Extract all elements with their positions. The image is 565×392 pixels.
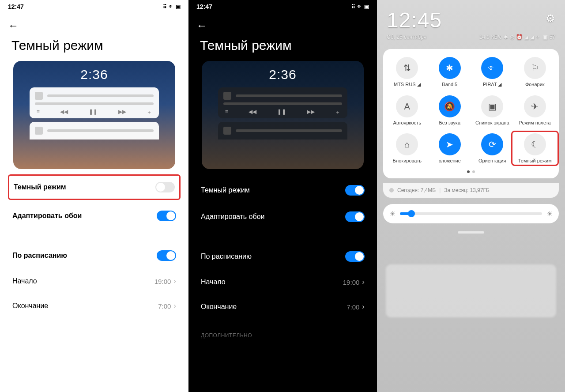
- adapt-wallpaper-label: Адаптировать обои: [12, 212, 82, 220]
- status-icons: ⠿ ᯤ ▣: [163, 4, 181, 10]
- chevron-right-icon: ›: [362, 302, 365, 311]
- status-bar: 12:47 ⠿ ᯤ ▣: [0, 0, 188, 13]
- qs-tile-label: Режим полета: [519, 120, 551, 125]
- preview-card: 2:36 ≡ ◀◀ ❚❚ ▶▶ ＋: [202, 61, 364, 169]
- schedule-row[interactable]: По расписанию: [0, 242, 188, 269]
- qs-tile-автояркость[interactable]: AАвтояркость: [386, 95, 429, 125]
- wifi-icon: ᯤ: [536, 34, 541, 40]
- qs-tile-снимок-экрана[interactable]: ▣Снимок экрана: [471, 95, 514, 125]
- orientation-icon[interactable]: ⟳: [481, 133, 503, 155]
- qs-tile-mts-rus[interactable]: ⇅MTS RUS ◢: [386, 57, 429, 87]
- battery-icon: ▣: [364, 4, 369, 10]
- tile-icon[interactable]: ⇅: [396, 57, 418, 79]
- qs-tile-pirat[interactable]: ᯤPIRAT ◢: [471, 57, 514, 87]
- signal-icon: ⠿: [163, 4, 167, 10]
- screenshot-icon[interactable]: ▣: [481, 95, 503, 117]
- location-icon[interactable]: ➤: [439, 133, 461, 155]
- adapt-wallpaper-toggle[interactable]: [157, 211, 176, 221]
- schedule-row[interactable]: По расписанию: [188, 243, 377, 270]
- page-title: Темный режим: [188, 32, 377, 61]
- airplane-icon[interactable]: ✈: [524, 95, 546, 117]
- preview-media-card: ≡ ◀◀ ❚❚ ▶▶ ＋: [30, 87, 159, 118]
- adapt-wallpaper-label: Адаптировать обои: [201, 213, 265, 221]
- qs-date: Сб, 25 сентября: [387, 34, 426, 40]
- brightness-slider[interactable]: ☀ ☀: [383, 204, 559, 223]
- signal-icon: ⠿: [351, 4, 355, 10]
- qs-tile-band-5[interactable]: ✱Band 5: [429, 57, 471, 87]
- qs-tile-label: Снимок экрана: [475, 120, 509, 125]
- end-time-row[interactable]: Окончание 7:00›: [0, 294, 188, 318]
- qs-tile-label: MTS RUS ◢: [394, 82, 421, 87]
- prev-icon: ◀◀: [60, 109, 68, 116]
- status-bar: 12:47 ⠿ ᯤ ▣: [188, 0, 377, 13]
- adapt-wallpaper-toggle[interactable]: [345, 211, 365, 222]
- menu-icon: ≡: [37, 109, 40, 116]
- next-icon: ▶▶: [118, 109, 126, 116]
- qs-tile-фонарик[interactable]: ⚐Фонарик: [514, 57, 557, 87]
- qs-pager[interactable]: [386, 170, 556, 173]
- preview-time: 2:36: [218, 67, 348, 82]
- schedule-toggle[interactable]: [345, 251, 365, 262]
- usage-month: За месяц: 13,97ГБ: [444, 187, 490, 193]
- end-value: 7:00: [347, 303, 359, 311]
- start-time-row[interactable]: Начало 19:00›: [188, 270, 377, 294]
- qs-tiles-card: ⇅MTS RUS ◢✱Band 5ᯤPIRAT ◢⚐ФонарикAАвтояр…: [383, 49, 559, 178]
- wifi-icon[interactable]: ᯤ: [481, 57, 503, 79]
- dark-mode-icon[interactable]: ☾: [524, 133, 546, 155]
- qs-tile-режим-полета[interactable]: ✈Режим полета: [514, 95, 557, 125]
- end-time-row[interactable]: Окончание 7:00›: [188, 294, 377, 319]
- prev-icon: ◀◀: [249, 109, 256, 116]
- lock-icon[interactable]: ⌂: [396, 133, 418, 155]
- usage-dot-icon: [389, 188, 394, 192]
- qs-tile-label: Без звука: [439, 120, 460, 125]
- qs-tile-ориентация[interactable]: ⟳Ориентация: [471, 133, 514, 163]
- schedule-label: По расписанию: [12, 252, 67, 260]
- data-usage-bar[interactable]: Сегодня: 7,4МБ | За месяц: 13,97ГБ: [383, 183, 559, 198]
- battery-icon: ▣: [176, 4, 181, 10]
- menu-icon: ≡: [225, 109, 228, 116]
- dark-mode-toggle[interactable]: [155, 182, 175, 192]
- status-icons: ⠿ ᯤ ▣: [351, 4, 369, 10]
- qs-tile-блокировать[interactable]: ⌂Блокировать: [386, 133, 429, 163]
- dark-mode-row[interactable]: Темный режим: [188, 177, 377, 204]
- qs-topbar: 12:45 ⚙: [377, 0, 565, 34]
- start-time-row[interactable]: Начало 19:00›: [0, 269, 188, 294]
- back-button[interactable]: ←: [188, 13, 377, 32]
- qs-tile-label: Фонарик: [525, 82, 545, 87]
- qs-subbar: Сб, 25 сентября 14,9 КБ/с ✱ ◎ ⏰ ◢ ◢ ᯤ ▣ …: [377, 34, 565, 45]
- dark-mode-toggle[interactable]: [345, 185, 365, 196]
- qs-speed: 14,9 КБ/с: [479, 34, 502, 40]
- adapt-wallpaper-row[interactable]: Адаптировать обои: [188, 204, 377, 230]
- qs-tile-оложение[interactable]: ➤оложение: [429, 133, 471, 163]
- additional-section-label: ДОПОЛНИТЕЛЬНО: [188, 319, 377, 341]
- battery-icon: ▣: [543, 34, 548, 40]
- brightness-high-icon: ☀: [546, 210, 553, 218]
- pause-icon: ❚❚: [277, 109, 286, 116]
- battery-percent: 57: [550, 34, 555, 40]
- chevron-right-icon: ›: [173, 302, 176, 310]
- next-icon: ▶▶: [307, 109, 315, 116]
- pager-dot[interactable]: [472, 170, 475, 173]
- bluetooth-icon[interactable]: ✱: [439, 57, 461, 79]
- wifi-icon: ᯤ: [357, 4, 362, 10]
- plus-icon: ＋: [335, 109, 340, 116]
- qs-time: 12:45: [387, 8, 442, 32]
- preview-card: 2:36 ≡ ◀◀ ❚❚ ▶▶ ＋: [13, 61, 175, 169]
- qs-tile-label: Автояркость: [393, 120, 421, 125]
- qs-tile-label: Темный режим: [518, 158, 552, 163]
- auto-brightness-icon[interactable]: A: [396, 95, 418, 117]
- screenshot-light-settings: 12:47 ⠿ ᯤ ▣ ← Темный режим 2:36 ≡ ◀◀ ❚❚ …: [0, 0, 188, 392]
- adapt-wallpaper-row[interactable]: Адаптировать обои: [0, 203, 188, 229]
- mute-icon[interactable]: 🔕: [439, 95, 461, 117]
- drag-handle[interactable]: [458, 231, 484, 234]
- qs-tile-без-звука[interactable]: 🔕Без звука: [429, 95, 471, 125]
- schedule-toggle[interactable]: [157, 250, 176, 261]
- usage-today: Сегодня: 7,4МБ: [397, 187, 436, 193]
- back-button[interactable]: ←: [0, 13, 188, 32]
- qs-tile-темный-режим[interactable]: ☾Темный режим: [514, 133, 557, 163]
- pager-dot[interactable]: [467, 170, 470, 173]
- background-blur: [386, 264, 556, 317]
- end-label: Окончание: [12, 302, 48, 310]
- settings-gear-icon[interactable]: ⚙: [546, 12, 555, 25]
- flashlight-icon[interactable]: ⚐: [524, 57, 546, 79]
